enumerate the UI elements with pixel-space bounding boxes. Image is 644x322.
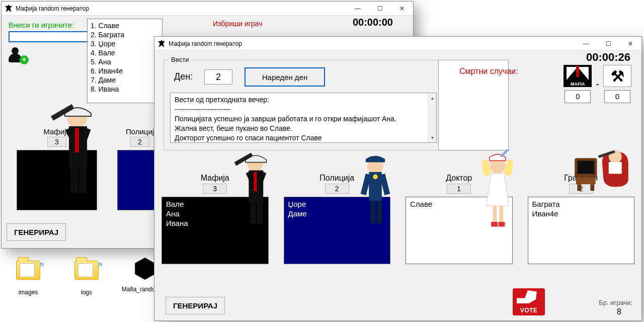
generate-button[interactable]: ГЕНЕРИРАЈ <box>7 223 66 241</box>
news-line: Докторот успешно го спаси пациентот Слав… <box>175 133 426 143</box>
maximize-button[interactable]: ☐ <box>597 37 619 51</box>
member: Ивана <box>166 218 264 228</box>
news-textarea[interactable]: Вести од претходната вечер: ------------… <box>170 93 437 143</box>
member: Славе <box>410 199 508 209</box>
member: Баграта <box>532 199 630 209</box>
score-mafia: 0 <box>565 90 591 103</box>
player-list[interactable]: 1. Славе 2. Баграта 3. Џоре 4. Вале 5. А… <box>87 19 163 103</box>
member: Вале <box>166 199 264 209</box>
news-line: Жална вест, беше пукано во Славе. <box>175 124 426 133</box>
vote-label: VOTE <box>520 307 538 314</box>
svg-rect-5 <box>71 167 78 193</box>
member: Иван4е <box>532 209 630 218</box>
news-line: Вести од претходната вечер: <box>175 95 426 105</box>
vote-button[interactable]: VOTE <box>513 288 545 315</box>
window-title: Мафија random генератор <box>169 40 575 47</box>
player-name-input[interactable] <box>9 31 88 42</box>
generate-button[interactable]: ГЕНЕРИРАЈ <box>166 297 225 314</box>
svg-rect-7 <box>75 128 79 152</box>
window-title: Мафија random генератор <box>16 5 347 12</box>
list-item[interactable]: 7. Даме <box>91 75 159 85</box>
day-value: 2 <box>204 69 232 85</box>
add-player-icon[interactable]: + <box>9 47 28 63</box>
roles-row: Мафија 3 Вале Ана Ивана Полиција 2 Џоре … <box>162 174 634 264</box>
titlebar[interactable]: Мафија random генератор — ☐ ✕ <box>154 37 641 51</box>
svg-rect-36 <box>609 162 622 174</box>
role-doctor: Доктор 1 Славе <box>406 174 513 264</box>
next-day-button[interactable]: Нареден ден <box>245 67 325 87</box>
list-item[interactable]: 4. Вале <box>91 48 159 57</box>
svg-rect-24 <box>500 149 514 157</box>
app-icon <box>5 5 13 13</box>
role-mafia: Мафија 3 Вале Ана Ивана <box>162 174 269 264</box>
role-count: 3 <box>203 184 227 194</box>
role-citizen: Граѓанин 2 Баграта Иван4е <box>528 174 635 264</box>
role-count: 1 <box>447 184 471 194</box>
svg-point-8 <box>247 156 263 171</box>
list-item[interactable]: 1. Славе <box>91 21 159 30</box>
role-members-box: Славе <box>406 197 513 264</box>
mafia-word: MAFIA <box>564 82 592 87</box>
role-members-box: Вале Ана Ивана <box>162 197 269 264</box>
svg-rect-31 <box>577 160 594 174</box>
svg-point-16 <box>367 157 383 174</box>
news-legend: Вести <box>169 56 191 63</box>
gavel-tile-icon: ⚒ <box>603 65 631 87</box>
list-item[interactable]: 2. Баграта <box>91 30 159 39</box>
mobster-icon <box>45 100 105 201</box>
foreground-window: Мафија random генератор — ☐ ✕ Вести Ден:… <box>154 36 642 321</box>
vote-hand-icon <box>517 290 537 303</box>
news-line: Полицијата успешно ја заврши работата и … <box>175 114 426 124</box>
day-label: Ден: <box>174 71 193 82</box>
role-label: Доктор <box>406 174 513 183</box>
timer: 00:00:26 <box>586 51 630 64</box>
role-label: Граѓанин <box>528 174 635 183</box>
players-count-label: Бр. играчи: <box>599 299 632 306</box>
maximize-button[interactable]: ☐ <box>369 2 391 16</box>
news-line: ------------------------ <box>175 105 426 114</box>
svg-point-23 <box>490 157 506 174</box>
app-icon <box>157 40 166 48</box>
member: Даме <box>288 209 386 218</box>
role-members-box: Баграта Иван4е <box>528 197 635 264</box>
member: Ана <box>166 209 264 218</box>
svg-rect-12 <box>234 152 253 166</box>
role-count: 2 <box>569 184 593 194</box>
svg-point-35 <box>609 150 622 164</box>
role-label: Мафија <box>162 174 269 183</box>
close-button[interactable]: ✕ <box>391 2 413 16</box>
score-citizens: 0 <box>604 90 630 103</box>
list-item[interactable]: 3. Џоре <box>91 39 159 48</box>
folder-images[interactable]: » images <box>5 255 51 296</box>
news-group: Вести Ден: 2 Нареден ден Вести од претхо… <box>164 60 443 150</box>
role-members-box: Џоре Даме <box>284 197 391 264</box>
member: Џоре <box>288 199 386 209</box>
role-label: Полиција <box>284 174 391 183</box>
mafia-tile-icon: MAFIA <box>564 65 592 87</box>
list-item[interactable]: 5. Ана <box>91 57 159 66</box>
list-item[interactable]: 8. Ивана <box>91 85 159 94</box>
scrollbar[interactable] <box>428 93 436 142</box>
gavel-icon: ⚒ <box>611 67 624 85</box>
scorebar: MAFIA 0 - ⚒ 0 <box>564 65 631 103</box>
timer: 00:00:00 <box>353 17 393 28</box>
role-count: 2 <box>325 184 349 194</box>
titlebar[interactable]: Мафија random генератор — ☐ ✕ <box>2 2 413 16</box>
role-police: Полиција 2 Џоре Даме <box>284 174 391 264</box>
minimize-button[interactable]: — <box>575 37 597 51</box>
players-count-value: 8 <box>617 307 621 316</box>
close-button[interactable]: ✕ <box>619 37 641 51</box>
score-dash: - <box>595 78 600 90</box>
minimize-button[interactable]: — <box>347 2 369 16</box>
icon-label: images <box>5 289 51 296</box>
role-count: 2 <box>130 137 149 147</box>
svg-rect-6 <box>79 167 86 193</box>
svg-rect-37 <box>598 150 615 158</box>
list-item[interactable]: 6. Иван4е <box>91 66 159 75</box>
folder-logs[interactable]: » logs <box>63 255 110 296</box>
deaths-label: Смртни случаи: <box>459 67 518 76</box>
entry-label: Внеси ги играчите: <box>9 21 406 29</box>
icon-label: logs <box>63 289 110 296</box>
delete-player-label[interactable]: Избриши играч <box>213 20 262 28</box>
